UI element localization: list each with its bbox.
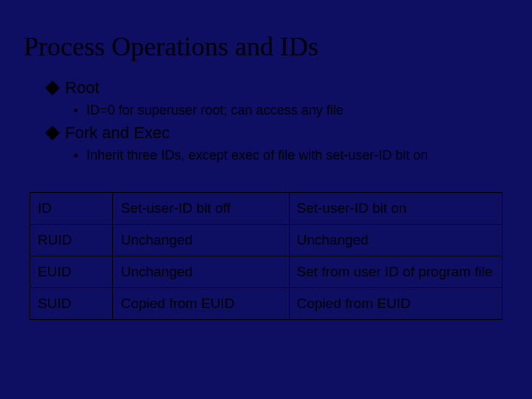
- bullet-root-sub: ID=0 for superuser root; can access any …: [74, 102, 504, 119]
- th-bit-off: Set-user-ID bit off: [113, 193, 289, 225]
- bullet-fork-sub: Inherit three IDs, except exec of file w…: [74, 147, 504, 164]
- cell: RUID: [30, 225, 113, 256]
- cell: Set from user ID of program file: [289, 256, 502, 288]
- table-row: EUID Unchanged Set from user ID of progr…: [30, 256, 502, 288]
- th-bit-on: Set-user-ID bit on: [289, 193, 502, 225]
- bullet-root-label: Root: [65, 78, 99, 98]
- cell: Copied from EUID: [113, 288, 289, 320]
- id-table: ID Set-user-ID bit off Set-user-ID bit o…: [30, 192, 502, 320]
- slide: Process Operations and IDs Root ID=0 for…: [0, 0, 532, 399]
- table-row: SUID Copied from EUID Copied from EUID: [30, 288, 502, 320]
- bullet-fork-label: Fork and Exec: [65, 123, 170, 143]
- dot-icon: [74, 154, 78, 157]
- cell: Unchanged: [289, 225, 502, 256]
- cell: Unchanged: [113, 225, 289, 256]
- slide-body: Root ID=0 for superuser root; can access…: [47, 74, 504, 166]
- cell: SUID: [30, 288, 113, 320]
- cell: Unchanged: [113, 256, 289, 288]
- diamond-icon: [45, 81, 60, 95]
- th-id: ID: [30, 193, 113, 225]
- bullet-root-sub-label: ID=0 for superuser root; can access any …: [86, 102, 344, 119]
- diamond-icon: [45, 126, 60, 140]
- table-row: RUID Unchanged Unchanged: [30, 225, 502, 256]
- bullet-fork: Fork and Exec: [47, 123, 504, 143]
- cell: EUID: [30, 256, 113, 288]
- bullet-root: Root: [47, 78, 504, 98]
- table-header-row: ID Set-user-ID bit off Set-user-ID bit o…: [30, 193, 502, 225]
- slide-title: Process Operations and IDs: [24, 31, 318, 62]
- dot-icon: [74, 109, 78, 112]
- bullet-fork-sub-label: Inherit three IDs, except exec of file w…: [86, 147, 428, 164]
- cell: Copied from EUID: [289, 288, 502, 320]
